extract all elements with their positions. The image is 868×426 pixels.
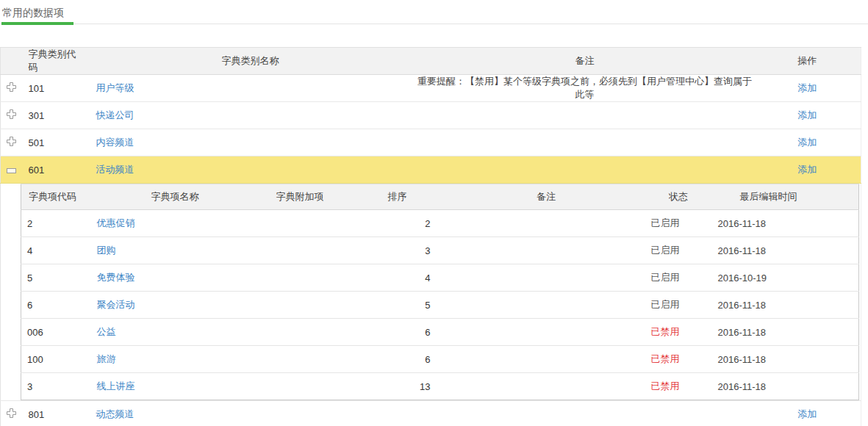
item-remark	[449, 373, 644, 400]
category-remark	[416, 102, 754, 129]
dict-category-table: 字典类别代码 字典类别名称 备注 操作 101 用户等级 重要提醒：【禁用】某个…	[0, 47, 861, 426]
item-filler	[824, 210, 859, 237]
col-item-name-header: 字典项名称	[96, 184, 254, 210]
category-remark	[416, 156, 754, 184]
item-name-link[interactable]: 免费体验	[97, 272, 135, 283]
collapse-icon[interactable]	[7, 168, 16, 173]
col-category-code-header: 字典类别代码	[23, 48, 85, 75]
item-status: 已启用	[644, 210, 714, 237]
item-edited-date: 2016-11-18	[714, 373, 824, 400]
dict-item-table: 字典项代码 字典项名称 字典附加项 排序 备注 状态 最后编辑时间	[21, 184, 859, 400]
item-remark	[449, 292, 644, 319]
add-link[interactable]: 添加	[797, 408, 817, 419]
dict-item-row: 5 免费体验 4 已启用 2016-10-19	[21, 264, 859, 292]
item-edited-date: 2016-11-18	[714, 210, 824, 237]
category-code: 501	[23, 129, 85, 156]
dict-item-row: 2 优惠促销 2 已启用 2016-11-18	[21, 210, 859, 237]
col-remark-header: 备注	[416, 48, 754, 75]
item-extra	[254, 346, 346, 373]
category-row-501: 501 内容频道 添加	[1, 129, 861, 156]
col-item-extra-header: 字典附加项	[254, 184, 346, 210]
expander-col-header	[1, 48, 23, 75]
category-code: 801	[23, 401, 85, 426]
item-extra	[254, 237, 346, 264]
category-name-link[interactable]: 内容频道	[96, 137, 134, 148]
category-name-link[interactable]: 活动频道	[96, 164, 134, 175]
category-name-link[interactable]: 用户等级	[96, 82, 134, 93]
item-status: 已禁用	[644, 346, 714, 373]
page: 常用的数据项 字典类别代码 字典类别名称 备注 操作 101 用户等级 重要提醒…	[0, 0, 868, 426]
dict-item-row: 3 线上讲座 13 已禁用 2016-11-18	[21, 373, 859, 400]
item-sort: 2	[346, 210, 449, 237]
item-remark	[449, 264, 644, 292]
item-remark	[449, 237, 644, 264]
title-divider	[0, 24, 868, 24]
title-accent-bar	[1, 22, 73, 25]
col-filler-header	[824, 184, 859, 210]
item-name-link[interactable]: 团购	[97, 245, 116, 256]
category-row-301: 301 快递公司 添加	[1, 102, 861, 129]
item-filler	[824, 346, 859, 373]
expand-icon[interactable]	[7, 408, 16, 418]
expand-icon[interactable]	[7, 137, 16, 146]
category-row-801: 801 动态频道 添加	[1, 401, 861, 426]
item-filler	[824, 292, 859, 319]
item-filler	[824, 237, 859, 264]
col-category-name-header: 字典类别名称	[85, 48, 416, 75]
item-filler	[824, 319, 859, 346]
item-status: 已启用	[644, 292, 714, 319]
item-status: 已启用	[644, 237, 714, 264]
category-remark	[416, 401, 754, 426]
item-header-row: 字典项代码 字典项名称 字典附加项 排序 备注 状态 最后编辑时间	[21, 184, 859, 210]
item-name-link[interactable]: 聚会活动	[97, 299, 135, 310]
item-code: 5	[21, 264, 96, 292]
page-title: 常用的数据项	[0, 0, 868, 18]
category-name-link[interactable]: 快递公司	[96, 109, 134, 120]
item-extra	[254, 292, 346, 319]
dict-item-row: 100 旅游 6 已禁用 2016-11-18	[21, 346, 859, 373]
col-item-status-header: 状态	[644, 184, 714, 210]
expand-icon[interactable]	[7, 109, 16, 119]
add-link[interactable]: 添加	[797, 82, 817, 93]
category-code: 301	[23, 102, 85, 129]
item-code: 100	[21, 346, 96, 373]
dict-item-row: 006 公益 6 已禁用 2016-11-18	[21, 319, 859, 346]
item-sort: 6	[346, 346, 449, 373]
item-code: 006	[21, 319, 96, 346]
item-filler	[824, 373, 859, 400]
item-name-link[interactable]: 公益	[97, 326, 116, 337]
category-row-601-selected: 601 活动频道 添加	[1, 156, 861, 184]
item-sort: 4	[346, 264, 449, 292]
item-name-link[interactable]: 线上讲座	[97, 380, 135, 391]
item-status: 已禁用	[644, 373, 714, 400]
item-sort: 3	[346, 237, 449, 264]
col-item-sort-header: 排序	[346, 184, 449, 210]
item-extra	[254, 264, 346, 292]
category-row-101: 101 用户等级 重要提醒：【禁用】某个等级字典项之前，必须先到【用户管理中心】…	[1, 75, 861, 102]
item-remark	[449, 210, 644, 237]
item-extra	[254, 373, 346, 400]
item-extra	[254, 319, 346, 346]
dict-item-row: 6 聚会活动 5 已启用 2016-11-18	[21, 292, 859, 319]
category-remark	[416, 129, 754, 156]
col-item-code-header: 字典项代码	[21, 184, 96, 210]
category-code: 601	[23, 156, 85, 184]
item-sort: 6	[346, 319, 449, 346]
category-name-link[interactable]: 动态频道	[96, 408, 134, 419]
item-remark	[449, 319, 644, 346]
add-link[interactable]: 添加	[797, 137, 817, 148]
add-link[interactable]: 添加	[797, 109, 817, 120]
item-edited-date: 2016-11-18	[714, 346, 824, 373]
item-status: 已禁用	[644, 319, 714, 346]
add-link[interactable]: 添加	[797, 164, 817, 175]
expand-icon[interactable]	[7, 82, 16, 92]
item-edited-date: 2016-11-18	[714, 292, 824, 319]
category-header-row: 字典类别代码 字典类别名称 备注 操作	[1, 48, 861, 75]
category-code: 101	[23, 75, 85, 102]
item-name-link[interactable]: 优惠促销	[97, 217, 135, 228]
item-remark	[449, 346, 644, 373]
item-edited-date: 2016-10-19	[714, 264, 824, 292]
item-name-link[interactable]: 旅游	[97, 353, 116, 364]
col-item-remark-header: 备注	[449, 184, 644, 210]
dict-item-row: 4 团购 3 已启用 2016-11-18	[21, 237, 859, 264]
